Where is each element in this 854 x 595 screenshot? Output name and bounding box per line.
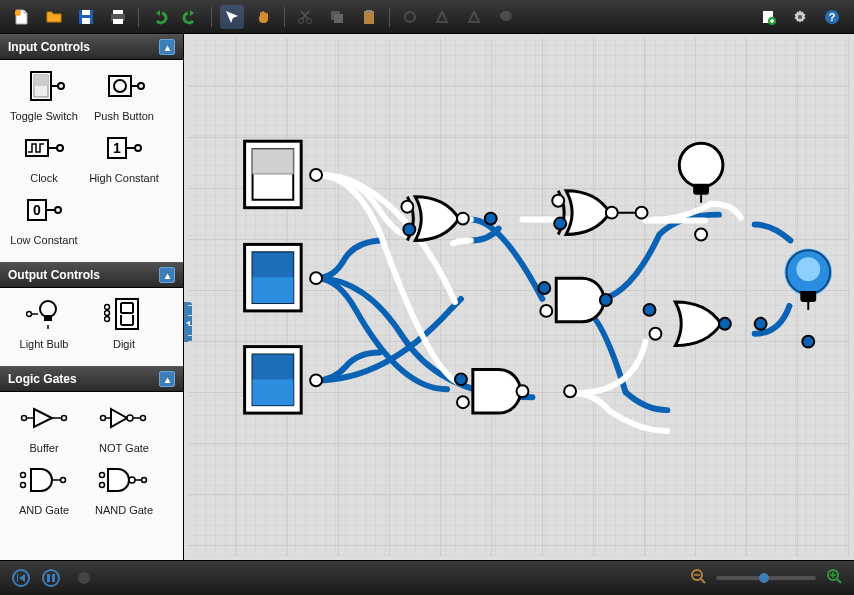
new-file-button[interactable] — [10, 5, 34, 29]
svg-point-0 — [15, 10, 21, 16]
tool-label: Buffer — [29, 442, 58, 454]
svg-point-79 — [310, 272, 322, 284]
collapse-icon[interactable]: ▴ — [159, 267, 175, 283]
chat-button[interactable] — [494, 5, 518, 29]
svg-rect-76 — [253, 379, 294, 405]
and-gate-1[interactable] — [556, 278, 604, 322]
section-header-input[interactable]: Input Controls ▴ — [0, 34, 183, 60]
redo-button[interactable] — [179, 5, 203, 29]
tool-not-gate[interactable]: NOT Gate — [84, 400, 164, 454]
svg-rect-10 — [334, 14, 343, 23]
tool-buffer[interactable]: Buffer — [4, 400, 84, 454]
svg-rect-3 — [82, 18, 90, 24]
switch-b[interactable] — [245, 244, 302, 310]
rotate-ccw-button[interactable] — [462, 5, 486, 29]
svg-point-54 — [127, 415, 133, 421]
section-header-output[interactable]: Output Controls ▴ — [0, 262, 183, 288]
status-bar — [0, 560, 854, 595]
svg-point-92 — [457, 396, 469, 408]
switch-a[interactable] — [245, 141, 302, 207]
svg-point-88 — [538, 282, 550, 294]
pause-sim-button[interactable] — [42, 569, 60, 587]
svg-point-61 — [100, 473, 105, 478]
flip-h-button[interactable] — [398, 5, 422, 29]
switch-c[interactable] — [245, 347, 302, 413]
cut-button[interactable] — [293, 5, 317, 29]
rotate-cw-button[interactable] — [430, 5, 454, 29]
undo-button[interactable] — [147, 5, 171, 29]
svg-text:?: ? — [829, 11, 836, 23]
tool-and-gate[interactable]: AND Gate — [4, 462, 84, 516]
help-button[interactable]: ? — [820, 5, 844, 29]
svg-point-84 — [485, 213, 497, 225]
circuit-canvas[interactable]: ◂ — [183, 34, 854, 560]
svg-point-78 — [310, 169, 322, 181]
tool-label: Toggle Switch — [10, 110, 78, 122]
open-file-button[interactable] — [42, 5, 66, 29]
paste-button[interactable] — [357, 5, 381, 29]
section-title: Output Controls — [8, 268, 100, 282]
zoom-slider[interactable] — [716, 576, 816, 580]
main-toolbar: ? — [0, 0, 854, 34]
section-header-gates[interactable]: Logic Gates ▴ — [0, 366, 183, 392]
settings-button[interactable] — [788, 5, 812, 29]
svg-rect-2 — [82, 10, 90, 15]
tool-push-button[interactable]: Push Button — [84, 68, 164, 122]
svg-point-91 — [455, 373, 467, 385]
tool-label: Low Constant — [10, 234, 77, 246]
svg-point-45 — [105, 311, 110, 316]
svg-rect-6 — [113, 19, 123, 24]
svg-point-51 — [62, 416, 67, 421]
collapse-icon[interactable]: ▴ — [159, 39, 175, 55]
tool-high-constant[interactable]: 1 High Constant — [84, 130, 164, 184]
bulb-sum — [679, 143, 723, 203]
zoom-out-button[interactable] — [690, 568, 706, 588]
tool-clock[interactable]: Clock — [4, 130, 84, 184]
svg-point-97 — [644, 304, 656, 316]
tool-digit[interactable]: Digit — [84, 296, 164, 350]
svg-point-87 — [606, 207, 618, 219]
svg-point-81 — [401, 201, 413, 213]
select-tool-button[interactable] — [220, 5, 244, 29]
xor-gate-2[interactable] — [558, 191, 610, 235]
zoom-in-button[interactable] — [826, 568, 842, 588]
tool-low-constant[interactable]: 0 Low Constant — [4, 192, 84, 246]
sim-status-indicator — [78, 572, 90, 584]
svg-point-52 — [101, 416, 106, 421]
svg-point-58 — [21, 483, 26, 488]
and-gate-2[interactable] — [473, 369, 521, 413]
svg-line-108 — [837, 579, 841, 583]
tool-label: Clock — [30, 172, 58, 184]
svg-point-95 — [636, 207, 648, 219]
svg-point-83 — [457, 213, 469, 225]
section-title: Logic Gates — [8, 372, 77, 386]
tool-toggle-switch[interactable]: Toggle Switch — [4, 68, 84, 122]
tool-light-bulb[interactable]: Light Bulb — [4, 296, 84, 350]
svg-point-39 — [55, 207, 61, 213]
tool-label: Light Bulb — [20, 338, 69, 350]
copy-button[interactable] — [325, 5, 349, 29]
tool-label: NAND Gate — [95, 504, 153, 516]
svg-point-28 — [138, 83, 144, 89]
svg-point-40 — [27, 312, 32, 317]
print-button[interactable] — [106, 5, 130, 29]
collapse-icon[interactable]: ▴ — [159, 371, 175, 387]
gear-icon — [792, 9, 808, 25]
svg-point-57 — [21, 473, 26, 478]
add-page-button[interactable] — [756, 5, 780, 29]
pan-tool-button[interactable] — [252, 5, 276, 29]
svg-point-42 — [40, 301, 56, 317]
reset-sim-button[interactable] — [12, 569, 30, 587]
svg-point-24 — [58, 83, 64, 89]
svg-rect-103 — [52, 574, 55, 582]
svg-point-17 — [798, 15, 802, 19]
svg-rect-12 — [366, 10, 372, 13]
svg-text:0: 0 — [33, 202, 41, 218]
or-gate[interactable] — [675, 302, 721, 346]
tool-label: NOT Gate — [99, 442, 149, 454]
save-file-button[interactable] — [74, 5, 98, 29]
svg-point-96 — [649, 328, 661, 340]
tool-label: High Constant — [89, 172, 159, 184]
tool-nand-gate[interactable]: NAND Gate — [84, 462, 164, 516]
svg-point-90 — [600, 294, 612, 306]
